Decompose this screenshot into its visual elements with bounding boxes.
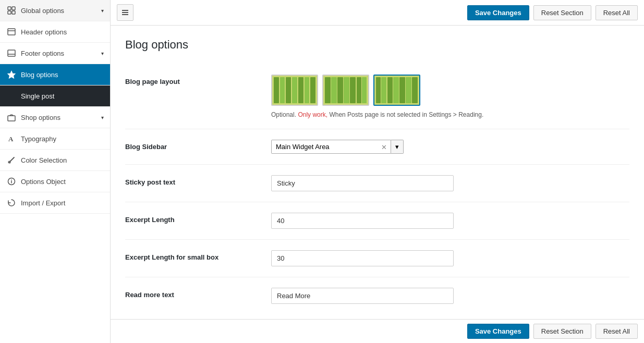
main-content: Save Changes Reset Section Reset All Blo… [111,0,644,343]
sticky-post-text-control [271,175,629,191]
read-more-text-control [271,288,629,304]
sticky-post-text-label: Sticky post text [125,175,271,186]
dropdown-arrow-icon: ▾ [395,143,399,151]
sidebar-item-single-post-label: Single post [21,92,104,100]
blog-page-layout-control: Optional. Only work, When Posts page is … [271,75,629,118]
layout-thumb-3[interactable] [373,75,420,106]
svg-rect-0 [8,7,11,10]
top-toolbar: Save Changes Reset Section Reset All [111,0,644,26]
svg-rect-18 [122,14,128,15]
single-post-icon [6,91,17,101]
page-title: Blog options [125,38,629,52]
typography-icon: A [6,133,17,144]
sidebar-item-options-label: Options Object [21,178,104,186]
footer-icon [6,48,17,58]
content-area: Blog options Blog page layout [111,26,644,319]
read-more-text-row: Read more text [125,277,629,314]
blog-page-layout-row: Blog page layout [125,64,629,129]
chevron-down-icon: ▾ [101,8,104,14]
save-changes-button-top[interactable]: Save Changes [467,5,529,20]
reset-all-button-bottom[interactable]: Reset All [596,324,638,339]
excerpt-length-control [271,213,629,229]
sticky-post-text-row: Sticky post text [125,165,629,202]
blog-page-layout-label: Blog page layout [125,75,271,85]
import-icon [6,198,17,208]
svg-text:A: A [8,135,14,143]
sidebar-item-import-label: Import / Export [21,199,104,207]
save-changes-button-bottom[interactable]: Save Changes [467,324,529,339]
svg-point-15 [11,179,12,180]
sidebar-item-typography[interactable]: A Typography [0,128,110,150]
reset-all-button-top[interactable]: Reset All [596,5,638,20]
excerpt-length-row: Excerpt Length [125,202,629,240]
sidebar-item-shop-label: Shop options [21,114,101,121]
hint-colored: Only work, [298,111,327,118]
reset-section-button-top[interactable]: Reset Section [533,5,591,20]
sidebar-item-typography-label: Typography [21,135,104,143]
sidebar-item-global-label: Global options [21,7,101,15]
excerpt-length-input[interactable] [271,213,454,229]
sidebar: Global options ▾ Header options Footer o… [0,0,111,343]
read-more-text-label: Read more text [125,288,271,299]
select-close-icon[interactable]: ✕ [381,143,387,151]
excerpt-length-label: Excerpt Length [125,213,271,224]
excerpt-length-small-label: Excerpt Length for small box [125,250,271,261]
blog-sidebar-label: Blog Sidebar [125,140,271,151]
layout-thumb-1[interactable] [271,75,318,106]
svg-marker-8 [8,71,15,79]
sidebar-item-global[interactable]: Global options ▾ [0,0,110,21]
sidebar-item-shop[interactable]: Shop options ▾ [0,107,110,128]
color-icon [6,155,17,165]
svg-rect-16 [122,10,128,11]
blog-sidebar-dropdown-btn[interactable]: ▾ [391,140,404,154]
svg-rect-2 [8,11,11,14]
sidebar-item-header-label: Header options [21,28,104,36]
grid-icon [6,5,17,16]
sidebar-item-color-label: Color Selection [21,156,104,164]
excerpt-length-small-row: Excerpt Length for small box [125,240,629,277]
shop-icon [6,112,17,123]
excerpt-length-small-control [271,250,629,266]
sidebar-item-blog[interactable]: Blog options [0,64,110,85]
excerpt-length-small-input[interactable] [271,250,454,266]
chevron-down-icon-shop: ▾ [101,115,104,120]
blog-sidebar-row: Blog Sidebar Main Widget Area ✕ ▾ [125,129,629,165]
read-more-text-input[interactable] [271,288,454,304]
svg-rect-6 [8,50,15,56]
header-icon [6,27,17,37]
layout-thumb-2[interactable] [322,75,369,106]
svg-rect-4 [8,29,15,35]
sidebar-item-blog-label: Blog options [21,71,104,79]
svg-rect-1 [12,7,15,10]
blog-sidebar-control: Main Widget Area ✕ ▾ [271,140,629,154]
sidebar-item-import[interactable]: Import / Export [0,192,110,214]
sidebar-item-options[interactable]: Options Object [0,171,110,192]
svg-rect-3 [12,11,15,14]
menu-icon-button[interactable] [117,4,133,21]
sticky-post-text-input[interactable] [271,175,454,191]
bottom-toolbar: Save Changes Reset Section Reset All [111,319,644,343]
reset-section-button-bottom[interactable]: Reset Section [533,324,591,339]
sidebar-item-color[interactable]: Color Selection [0,150,110,171]
sidebar-item-header[interactable]: Header options [0,21,110,43]
svg-rect-9 [8,116,15,121]
info-icon [6,176,17,187]
layout-hint: Optional. Only work, When Posts page is … [271,111,629,118]
layout-options [271,75,629,106]
star-icon [6,69,17,80]
sidebar-item-single-post[interactable]: Single post [0,85,110,107]
sidebar-item-footer-label: Footer options [21,50,101,57]
chevron-down-icon-footer: ▾ [101,51,104,56]
svg-rect-17 [122,12,128,13]
blog-sidebar-select[interactable]: Main Widget Area [271,140,391,154]
sidebar-item-footer[interactable]: Footer options ▾ [0,43,110,64]
svg-line-11 [9,157,14,163]
